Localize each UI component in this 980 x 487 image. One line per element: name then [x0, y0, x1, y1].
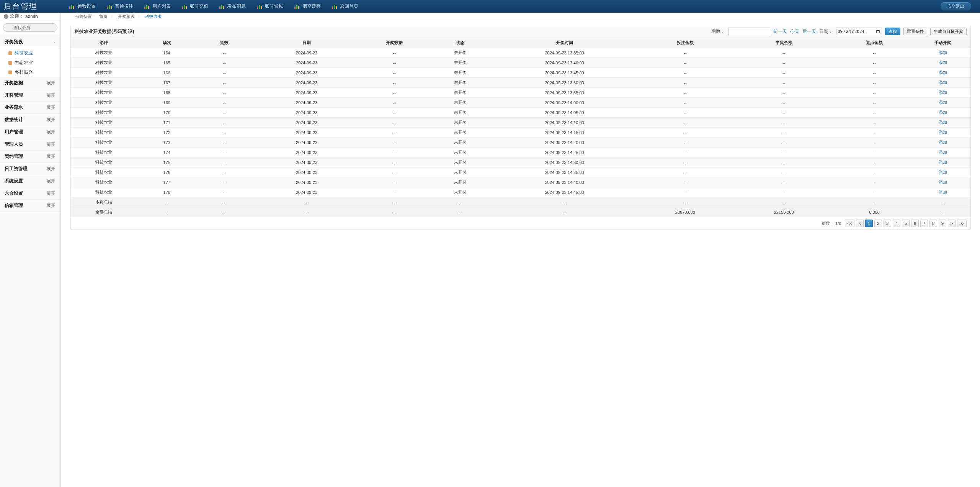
- menu-group-liuhe[interactable]: 六合设置展开: [0, 187, 60, 200]
- today-link[interactable]: 今天: [790, 28, 799, 35]
- cell-fd: --: [833, 177, 916, 187]
- logout-button[interactable]: 安全退出: [940, 2, 972, 11]
- submenu-item-xczx[interactable]: 乡村振兴: [0, 67, 60, 77]
- menu-group-stats[interactable]: 数据统计展开: [0, 114, 60, 126]
- svg-rect-7: [146, 5, 147, 9]
- add-link[interactable]: 添加: [939, 90, 947, 95]
- svg-rect-13: [221, 5, 222, 9]
- bar-chart-icon: [181, 4, 188, 9]
- add-link[interactable]: 添加: [939, 160, 947, 164]
- topnav-label: 发布消息: [227, 3, 246, 10]
- pager-page-1[interactable]: 1: [865, 220, 873, 227]
- reset-button[interactable]: 重置条件: [903, 28, 927, 35]
- pager-page-4[interactable]: 4: [893, 220, 900, 227]
- col-header: 投注金额: [636, 38, 735, 48]
- menu-toggle-icon: 展开: [47, 80, 55, 86]
- menu-group-mail[interactable]: 信箱管理展开: [0, 200, 60, 212]
- cell-zt: 未开奖: [427, 138, 493, 148]
- topnav-bet[interactable]: 普通投注: [106, 3, 133, 10]
- menu-group-admins[interactable]: 管理人员展开: [0, 138, 60, 151]
- cell-sj: 2024-09-23 13:55:00: [493, 88, 636, 98]
- menu-group-flow[interactable]: 业务流水展开: [0, 102, 60, 114]
- menu-group-kjmgr[interactable]: 开奖管理展开: [0, 89, 60, 102]
- cell-zt: 未开奖: [427, 118, 493, 128]
- cell-cc: 171: [137, 118, 197, 128]
- pager-page-7[interactable]: 7: [920, 220, 928, 227]
- topnav-msg[interactable]: 发布消息: [219, 3, 246, 10]
- pager-first[interactable]: <<: [845, 220, 854, 227]
- search-input[interactable]: [3, 23, 57, 32]
- bar-chart-icon: [256, 4, 263, 9]
- dot-icon: [8, 71, 12, 74]
- add-link[interactable]: 添加: [939, 150, 947, 154]
- menu-group-label: 开奖预设: [5, 39, 23, 45]
- add-link[interactable]: 添加: [939, 170, 947, 174]
- table-row: 科技农业169--2024-09-23--未开奖2024-09-23 14:00…: [71, 98, 970, 108]
- add-link[interactable]: 添加: [939, 120, 947, 125]
- cell-sj: 2024-09-23 14:30:00: [493, 157, 636, 167]
- menu-group-sys[interactable]: 系统设置展开: [0, 175, 60, 187]
- prev-day-link[interactable]: 前一天: [773, 28, 787, 35]
- cell-fd: --: [833, 58, 916, 68]
- crumb-level1[interactable]: 开奖预设: [115, 14, 138, 20]
- cell-action: 添加: [916, 68, 970, 78]
- svg-rect-20: [298, 6, 299, 9]
- submenu-item-kj-nongye[interactable]: 科技农业: [0, 48, 60, 58]
- cell-rq: 2024-09-23: [252, 78, 362, 88]
- logout-wrap: 安全退出: [940, 2, 980, 11]
- cell-kj: --: [361, 128, 427, 138]
- topnav-params[interactable]: 参数设置: [69, 3, 96, 10]
- pager-page-6[interactable]: 6: [911, 220, 919, 227]
- menu-group-usermgr[interactable]: 用户管理展开: [0, 126, 60, 138]
- add-link[interactable]: 添加: [939, 60, 947, 65]
- pager-next[interactable]: >: [948, 220, 956, 227]
- add-link[interactable]: 添加: [939, 190, 947, 194]
- pager-page-3[interactable]: 3: [884, 220, 891, 227]
- menu-toggle-icon: 展开: [47, 141, 55, 147]
- generate-button[interactable]: 生成当日预开奖: [930, 28, 967, 35]
- cell-qs: --: [197, 98, 252, 108]
- add-link[interactable]: 添加: [939, 140, 947, 144]
- svg-rect-19: [296, 5, 297, 9]
- breadcrumb: 当前位置： 首页 〉 开奖预设 〉 科技农业: [61, 13, 980, 21]
- crumb-sep: 〉: [138, 14, 142, 20]
- cell-zj: --: [735, 118, 833, 128]
- pager-page-5[interactable]: 5: [902, 220, 910, 227]
- cell-action: 添加: [916, 58, 970, 68]
- cell-cc: 177: [137, 177, 197, 187]
- add-link[interactable]: 添加: [939, 70, 947, 75]
- next-day-link[interactable]: 后一天: [802, 28, 816, 35]
- topnav-clear[interactable]: 清空缓存: [294, 3, 321, 10]
- add-link[interactable]: 添加: [939, 50, 947, 55]
- pager-last[interactable]: >>: [957, 220, 967, 227]
- topnav-home[interactable]: 返回首页: [332, 3, 358, 10]
- menu-group-salary[interactable]: 日工资管理展开: [0, 163, 60, 175]
- menu-group-preset[interactable]: 开奖预设-: [0, 36, 60, 48]
- add-link[interactable]: 添加: [939, 80, 947, 85]
- search-button[interactable]: 查找: [885, 28, 900, 35]
- date-input[interactable]: [836, 28, 882, 35]
- submenu-item-st-nongye[interactable]: 生态农业: [0, 58, 60, 67]
- add-link[interactable]: 添加: [939, 110, 947, 115]
- menu-group-contract[interactable]: 契约管理展开: [0, 151, 60, 163]
- cell-zt: 未开奖: [427, 48, 493, 58]
- pager-page-2[interactable]: 2: [874, 220, 882, 227]
- topnav-label: 用户列表: [152, 3, 171, 10]
- cell-qs: --: [197, 138, 252, 148]
- add-link[interactable]: 添加: [939, 130, 947, 134]
- period-input[interactable]: [728, 28, 770, 35]
- cell-zt: 未开奖: [427, 148, 493, 157]
- topnav-users[interactable]: 用户列表: [144, 3, 171, 10]
- pager-page-9[interactable]: 9: [939, 220, 946, 227]
- cell-sj: 2024-09-23 14:15:00: [493, 128, 636, 138]
- menu-group-kjdata[interactable]: 开奖数据展开: [0, 77, 60, 89]
- add-link[interactable]: 添加: [939, 180, 947, 184]
- pager-page-8[interactable]: 8: [929, 220, 937, 227]
- add-link[interactable]: 添加: [939, 100, 947, 105]
- pager-prev[interactable]: <: [856, 220, 864, 227]
- cell-rq: 2024-09-23: [252, 88, 362, 98]
- crumb-home[interactable]: 首页: [96, 14, 111, 20]
- topnav-recharge[interactable]: 账号充值: [181, 3, 208, 10]
- topnav-transfer[interactable]: 账号转帐: [256, 3, 283, 10]
- footer-label: 全部总结: [71, 207, 137, 217]
